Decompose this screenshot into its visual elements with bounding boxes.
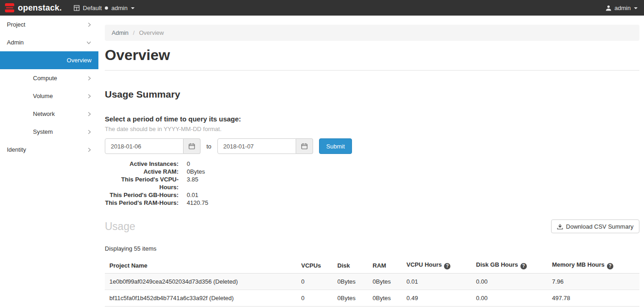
cell-disk-gb-hours: 0.00 [471, 274, 547, 290]
help-icon[interactable]: ? [520, 263, 527, 269]
context-switcher[interactable]: Default admin [74, 5, 135, 11]
column-header-vcpu-hours[interactable]: VCPU Hours? [402, 258, 471, 274]
chevron-right-icon [87, 111, 92, 117]
openstack-brand[interactable]: openstack. [5, 3, 62, 13]
sidebar-item-label: Project [7, 21, 87, 28]
start-date-group [105, 138, 200, 154]
table-row: 1e0b0f99af0249cea24502034d73d356 (Delete… [105, 274, 639, 290]
sidebar-item-label: Compute [33, 75, 87, 82]
sidebar-item-overview[interactable]: Overview [0, 51, 98, 69]
column-header-disk[interactable]: Disk [333, 258, 368, 274]
stat-label: Active Instances: [105, 160, 179, 168]
table-row: bf11c5fa0f1b452db4b7741a6c33a92f (Delete… [105, 290, 639, 307]
stat-row: Active RAM: 0Bytes [105, 168, 639, 175]
usage-table-title: Usage [105, 220, 135, 233]
column-header-project-name[interactable]: Project Name [105, 258, 297, 274]
cell-ram: 0Bytes [368, 290, 402, 307]
stat-value: 3.85 [187, 175, 198, 191]
submit-button[interactable]: Submit [319, 138, 352, 154]
start-date-input[interactable] [105, 138, 184, 154]
download-csv-label: Download CSV Summary [566, 223, 633, 230]
sidebar-item-volume[interactable]: Volume [0, 87, 98, 105]
help-icon[interactable]: ? [444, 263, 450, 269]
caret-down-icon [131, 7, 135, 9]
download-icon [557, 224, 563, 230]
column-label: Disk GB Hours [476, 261, 518, 268]
start-date-calendar-button[interactable] [184, 138, 200, 154]
sidebar-item-network[interactable]: Network [0, 105, 98, 123]
to-label: to [206, 143, 211, 150]
sidebar-item-label: Overview [67, 57, 92, 64]
sidebar-item-label: Network [33, 110, 87, 117]
usage-stats: Active Instances: 0 Active RAM: 0Bytes T… [105, 160, 639, 207]
stat-label: This Period's GB-Hours: [105, 191, 179, 199]
chevron-right-icon [87, 147, 92, 153]
top-navbar: openstack. Default admin admin [0, 0, 644, 16]
stat-value: 0Bytes [187, 168, 205, 175]
sidebar-item-identity[interactable]: Identity [0, 141, 98, 159]
chevron-down-icon [86, 40, 92, 45]
stat-label: Active RAM: [105, 168, 179, 175]
chevron-right-icon [87, 129, 92, 135]
usage-table: Project Name VCPUs Disk RAM VCPU Hours? … [105, 258, 639, 307]
column-header-disk-gb-hours[interactable]: Disk GB Hours? [471, 258, 547, 274]
stat-label: This Period's RAM-Hours: [105, 199, 179, 207]
chevron-right-icon [87, 76, 92, 81]
sidebar-item-admin[interactable]: Admin [0, 33, 98, 51]
cell-vcpu-hours: 0.01 [402, 274, 471, 290]
user-icon [606, 5, 612, 11]
breadcrumb-separator: / [133, 29, 135, 36]
cell-disk: 0Bytes [333, 274, 368, 290]
breadcrumb-current: Overview [139, 29, 164, 36]
brand-text: openstack. [18, 3, 62, 13]
stat-label: This Period's VCPU-Hours: [105, 175, 179, 191]
end-date-input[interactable] [217, 138, 296, 154]
sidebar-item-system[interactable]: System [0, 123, 98, 141]
divider [105, 70, 639, 71]
context-project: admin [111, 5, 127, 11]
stat-row: This Period's RAM-Hours: 4120.75 [105, 199, 639, 207]
cell-ram: 0Bytes [368, 274, 402, 290]
column-header-vcpus[interactable]: VCPUs [297, 258, 333, 274]
context-domain: Default [83, 5, 102, 11]
chevron-right-icon [87, 22, 92, 27]
calendar-icon [301, 143, 308, 149]
breadcrumb: Admin / Overview [105, 25, 639, 41]
openstack-logo-icon [5, 3, 15, 13]
cell-disk: 0Bytes [333, 290, 368, 307]
period-prompt: Select a period of time to query its usa… [105, 115, 639, 123]
date-format-hint: The date should be in YYYY-MM-DD format. [105, 126, 639, 132]
cell-disk-gb-hours: 0.00 [471, 290, 547, 307]
column-label: RAM [373, 262, 386, 269]
download-csv-button[interactable]: Download CSV Summary [551, 219, 639, 233]
cell-project-name: bf11c5fa0f1b452db4b7741a6c33a92f (Delete… [105, 290, 297, 307]
column-header-ram[interactable]: RAM [368, 258, 402, 274]
usage-query-form: to Submit [105, 138, 639, 154]
cell-vcpus: 0 [297, 274, 333, 290]
stat-value: 4120.75 [187, 199, 208, 207]
main-content: Admin / Overview Overview Usage Summary … [98, 16, 644, 307]
usage-summary-heading: Usage Summary [105, 89, 639, 100]
caret-down-icon [634, 7, 638, 9]
items-count: Displaying 55 items [105, 245, 639, 252]
user-menu[interactable]: admin [606, 5, 638, 11]
column-header-memory-mb-hours[interactable]: Memory MB Hours? [547, 258, 639, 274]
calendar-icon [189, 143, 195, 149]
help-icon[interactable]: ? [607, 263, 613, 269]
stat-value: 0.01 [187, 191, 198, 199]
breadcrumb-admin-link[interactable]: Admin [112, 29, 129, 36]
cell-vcpus: 0 [297, 290, 333, 307]
cell-memory-mb-hours: 497.78 [547, 290, 639, 307]
cell-memory-mb-hours: 7.96 [547, 274, 639, 290]
page-title: Overview [105, 46, 639, 64]
stat-row: Active Instances: 0 [105, 160, 639, 168]
sidebar-item-project[interactable]: Project [0, 16, 98, 33]
project-dot-icon [105, 6, 108, 10]
sidebar-item-compute[interactable]: Compute [0, 69, 98, 87]
user-name: admin [615, 5, 631, 11]
stat-row: This Period's VCPU-Hours: 3.85 [105, 175, 639, 191]
end-date-calendar-button[interactable] [296, 138, 313, 154]
sidebar: Project Admin Overview Compute Volume [0, 16, 98, 307]
cell-project-name: 1e0b0f99af0249cea24502034d73d356 (Delete… [105, 274, 297, 290]
sidebar-item-label: Admin [7, 39, 86, 46]
